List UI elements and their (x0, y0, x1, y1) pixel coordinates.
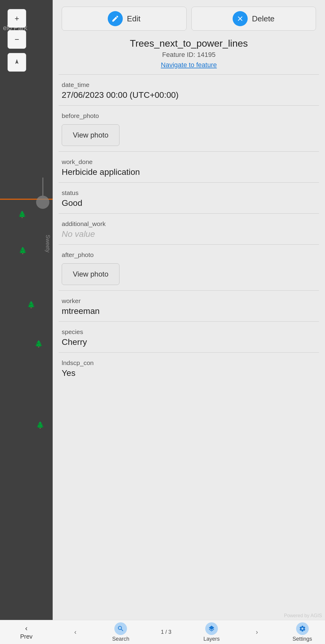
pagination-area: 1 / 3 (148, 629, 184, 635)
tree-icon: 🌲 (18, 211, 26, 218)
edit-icon (108, 11, 123, 26)
field-label-status: status (62, 189, 316, 197)
field-value-work_done: Herbicide application (62, 167, 316, 177)
map-background (0, 0, 53, 620)
field-value-date_time: 27/06/2023 00:00 (UTC+00:00) (62, 90, 316, 100)
bottom-nav: ‹ Prev ‹ Search 1 / 3 Layers (0, 620, 325, 644)
field-row-worker: workermtreeman (53, 291, 325, 321)
settings-tab[interactable]: Settings (284, 622, 320, 642)
layers-icon (205, 622, 218, 635)
tree-icon: 🌲 (19, 247, 27, 255)
field-label-date_time: date_time (62, 81, 316, 88)
search-tab[interactable]: Search (103, 622, 139, 642)
field-value-worker: mtreeman (62, 306, 316, 316)
settings-label: Settings (292, 636, 312, 642)
field-label-lndscp_con: lndscp_con (62, 359, 316, 367)
edit-button[interactable]: Edit (62, 7, 187, 31)
prev-page-btn[interactable]: ‹ (74, 628, 76, 636)
prev-chevron: ‹ (25, 624, 28, 633)
field-value-lndscp_con: Yes (62, 368, 316, 378)
tree-icon: 🌲 (36, 421, 44, 429)
delete-label: Delete (252, 14, 274, 23)
detail-panel: Edit Delete Trees_next_to_power_lines Fe… (53, 0, 325, 620)
watermark: Powered by AGIS (284, 613, 322, 618)
feature-id: Feature ID: 14195 (62, 51, 316, 59)
field-row-before_photo: before_photoView photo (53, 106, 325, 151)
field-value-species: Cherry (62, 337, 316, 347)
field-row-lndscp_con: lndscp_conYes (53, 353, 325, 383)
tree-icon: 🌲 (35, 340, 43, 348)
action-row: Edit Delete (53, 0, 325, 36)
prev-button[interactable]: ‹ Prev (0, 620, 53, 644)
layer-title: Trees_next_to_power_lines (62, 38, 316, 49)
map-pin (36, 178, 49, 209)
next-page-chevron-wrap[interactable]: › (256, 628, 258, 636)
field-label-worker: worker (62, 297, 316, 305)
field-value-status: Good (62, 198, 316, 208)
header-info: Trees_next_to_power_lines Feature ID: 14… (53, 36, 325, 74)
nav-items: ‹ Search 1 / 3 Layers › (53, 620, 325, 644)
map-sweety-label: Sweety (45, 235, 51, 252)
tree-icon: 🌲 (27, 301, 35, 309)
field-row-additional_work: additional_workNo value (53, 214, 325, 244)
field-label-species: species (62, 328, 316, 336)
layers-label: Layers (203, 636, 220, 642)
search-icon (114, 622, 127, 635)
view-photo-button-before_photo[interactable]: View photo (62, 124, 119, 146)
search-label: Search (112, 636, 129, 642)
field-row-date_time: date_time27/06/2023 00:00 (UTC+00:00) (53, 75, 325, 105)
page-chevron-left[interactable]: ‹ (74, 628, 76, 636)
settings-icon (296, 622, 309, 635)
field-label-before_photo: before_photo (62, 112, 316, 119)
search-nav-item[interactable]: ‹ (57, 628, 93, 636)
map-pin-stick (42, 178, 43, 196)
fields-container: date_time27/06/2023 00:00 (UTC+00:00)bef… (53, 75, 325, 383)
field-row-work_done: work_doneHerbicide application (53, 152, 325, 182)
page-chevron-right[interactable]: › (256, 628, 258, 636)
field-value-additional_work: No value (62, 229, 316, 239)
field-row-status: statusGood (53, 183, 325, 213)
field-row-species: speciesCherry (53, 322, 325, 352)
map-pin-circle (36, 196, 49, 209)
navigate-to-feature-link[interactable]: Navigate to feature (161, 61, 217, 69)
field-label-work_done: work_done (62, 158, 316, 166)
field-row-after_photo: after_photoView photo (53, 245, 325, 290)
location-button[interactable] (8, 53, 26, 72)
field-label-additional_work: additional_work (62, 220, 316, 228)
field-label-after_photo: after_photo (62, 251, 316, 259)
map-controls: + − (8, 9, 26, 72)
view-photo-button-after_photo[interactable]: View photo (62, 263, 119, 285)
map-panel: elo Park Sweety + − 🌲 🌲 🌲 🌲 🌲 (0, 0, 53, 620)
prev-label: Prev (20, 633, 32, 640)
zoom-out-button[interactable]: − (8, 30, 26, 49)
next-page-btn[interactable]: › (239, 628, 275, 636)
edit-label: Edit (127, 14, 141, 23)
pagination-text: 1 / 3 (161, 629, 172, 635)
pagination: 1 / 3 (161, 629, 172, 635)
layers-tab[interactable]: Layers (193, 622, 230, 642)
zoom-in-button[interactable]: + (8, 9, 26, 28)
delete-icon (233, 11, 248, 26)
delete-button[interactable]: Delete (191, 7, 316, 31)
